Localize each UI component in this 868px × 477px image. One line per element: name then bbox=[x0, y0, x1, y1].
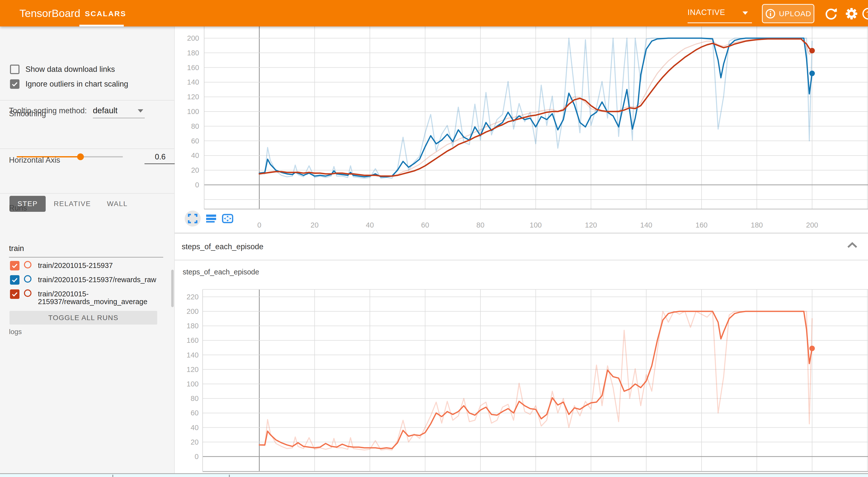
upload-button[interactable]: UPLOAD bbox=[762, 4, 814, 23]
edge-mark bbox=[229, 475, 230, 477]
toggle-all-runs-button[interactable]: TOGGLE ALL RUNS bbox=[9, 311, 157, 325]
run-checkbox[interactable] bbox=[10, 289, 20, 299]
check-icon bbox=[11, 276, 19, 284]
section-header-steps-of-each-episode[interactable]: steps_of_each_episode bbox=[175, 234, 868, 260]
horizontal-axis-label: Horizontal Axis bbox=[9, 156, 60, 165]
refresh-icon[interactable] bbox=[824, 7, 838, 21]
svg-text:60: 60 bbox=[191, 409, 199, 417]
help-icon[interactable]: ? bbox=[862, 7, 868, 21]
app-title: TensorBoard bbox=[20, 0, 80, 27]
expand-chart-button[interactable] bbox=[185, 211, 200, 226]
run-solo-radio[interactable] bbox=[24, 289, 31, 297]
svg-text:160: 160 bbox=[695, 221, 708, 229]
smoothing-label: Smoothing bbox=[9, 109, 46, 118]
svg-text:140: 140 bbox=[187, 78, 199, 86]
fit-domain-icon[interactable] bbox=[222, 213, 234, 224]
divider bbox=[0, 149, 175, 149]
tensorboard-app: TensorBoard SCALARS INACTIVE UPLOAD bbox=[0, 0, 868, 477]
steps-chart[interactable]: 020406080100120140160180200220 bbox=[175, 287, 868, 473]
svg-text:140: 140 bbox=[187, 351, 199, 359]
gear-icon[interactable] bbox=[845, 7, 858, 21]
info-icon bbox=[765, 8, 776, 19]
show-download-links-checkbox[interactable] bbox=[10, 65, 20, 74]
horizontal-axis-toggle: STEP RELATIVE WALL bbox=[9, 196, 136, 212]
slider-thumb[interactable] bbox=[77, 153, 84, 160]
svg-text:180: 180 bbox=[751, 221, 763, 229]
collapse-chevron-icon[interactable] bbox=[846, 241, 858, 249]
svg-text:80: 80 bbox=[191, 122, 199, 130]
runs-list: train/20201015-215937 train/20201015-215… bbox=[10, 261, 170, 310]
runs-label: Runs bbox=[9, 203, 27, 213]
svg-text:200: 200 bbox=[806, 221, 818, 229]
axis-option-wall[interactable]: WALL bbox=[99, 196, 135, 212]
svg-text:120: 120 bbox=[585, 221, 597, 229]
svg-text:40: 40 bbox=[366, 221, 374, 229]
smoothing-value: 0.6 bbox=[155, 152, 165, 161]
svg-text:0: 0 bbox=[257, 221, 261, 229]
check-icon bbox=[11, 80, 19, 88]
svg-text:?: ? bbox=[866, 10, 868, 18]
divider bbox=[0, 100, 175, 100]
settings-sidebar: Show data download links Ignore outliers… bbox=[0, 27, 175, 473]
svg-text:20: 20 bbox=[310, 221, 318, 229]
smoothing-value-field[interactable]: 0.6 bbox=[145, 152, 176, 161]
dropdown-arrow-icon bbox=[138, 109, 143, 113]
run-solo-radio[interactable] bbox=[24, 261, 31, 268]
tooltip-sorting-dropdown[interactable]: default bbox=[93, 106, 145, 115]
svg-text:20: 20 bbox=[191, 438, 199, 446]
svg-text:40: 40 bbox=[191, 152, 199, 159]
show-download-links-label: Show data download links bbox=[26, 65, 115, 74]
run-checkbox[interactable] bbox=[10, 275, 20, 285]
runs-filter bbox=[9, 244, 163, 253]
run-checkbox[interactable] bbox=[10, 261, 20, 271]
run-label: train/20201015-215937/rewards_raw bbox=[38, 275, 164, 284]
svg-text:80: 80 bbox=[191, 394, 199, 403]
run-label: train/20201015-215937/rewards_moving_ave… bbox=[38, 289, 164, 305]
svg-text:80: 80 bbox=[476, 221, 485, 229]
run-row-train: train/20201015-215937 bbox=[10, 261, 170, 271]
active-tab-underline bbox=[80, 25, 124, 27]
svg-text:100: 100 bbox=[187, 380, 199, 388]
svg-text:0: 0 bbox=[195, 181, 199, 189]
svg-text:120: 120 bbox=[187, 365, 199, 374]
svg-text:20: 20 bbox=[191, 166, 199, 174]
ignore-outliers-label: Ignore outliers in chart scaling bbox=[26, 80, 128, 89]
svg-text:140: 140 bbox=[640, 221, 652, 229]
expand-icon bbox=[188, 214, 198, 224]
svg-text:60: 60 bbox=[191, 137, 199, 145]
charts-main: 0204060801001201401601802000204060801001… bbox=[175, 27, 868, 477]
show-download-links-row: Show data download links bbox=[10, 65, 115, 74]
svg-text:200: 200 bbox=[187, 307, 199, 315]
svg-text:160: 160 bbox=[187, 64, 199, 72]
run-row-rewards-moving-average: train/20201015-215937/rewards_moving_ave… bbox=[10, 289, 170, 305]
section-title: steps_of_each_episode bbox=[182, 242, 263, 251]
svg-text:60: 60 bbox=[421, 221, 429, 229]
svg-text:220: 220 bbox=[187, 293, 199, 301]
svg-text:200: 200 bbox=[187, 34, 199, 42]
svg-text:180: 180 bbox=[187, 322, 199, 330]
sidebar-scrollbar[interactable] bbox=[171, 270, 174, 307]
tab-scalars[interactable]: SCALARS bbox=[85, 0, 126, 27]
chart-title: steps_of_each_episode bbox=[183, 268, 259, 276]
runs-filter-input[interactable] bbox=[9, 244, 163, 253]
axis-option-relative[interactable]: RELATIVE bbox=[46, 196, 99, 212]
svg-text:40: 40 bbox=[191, 424, 199, 432]
check-icon bbox=[11, 262, 19, 269]
divider bbox=[0, 193, 175, 194]
check-icon bbox=[11, 290, 19, 298]
logs-label: logs bbox=[9, 328, 22, 336]
rewards-chart[interactable]: 0204060801001201401601802000204060801001… bbox=[175, 27, 868, 232]
chart-toolbar bbox=[185, 211, 234, 226]
svg-text:0: 0 bbox=[195, 452, 199, 460]
status-dropdown[interactable]: INACTIVE bbox=[688, 5, 752, 23]
ignore-outliers-checkbox[interactable] bbox=[10, 80, 20, 89]
run-row-rewards-raw: train/20201015-215937/rewards_raw bbox=[10, 275, 170, 285]
svg-text:100: 100 bbox=[187, 107, 199, 116]
data-table-icon[interactable] bbox=[206, 214, 217, 224]
run-label: train/20201015-215937 bbox=[38, 261, 164, 269]
run-solo-radio[interactable] bbox=[24, 275, 31, 283]
ignore-outliers-row: Ignore outliers in chart scaling bbox=[10, 80, 128, 89]
edge-mark bbox=[112, 475, 113, 477]
upload-button-label: UPLOAD bbox=[779, 9, 811, 18]
tooltip-sorting-value: default bbox=[93, 106, 118, 115]
